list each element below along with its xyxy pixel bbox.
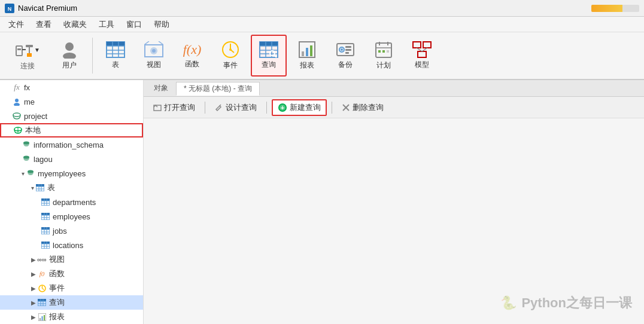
title-bar: N Navicat Premium [0,0,644,17]
toolbar-table-button[interactable]: 表 [98,35,133,77]
tab-objects[interactable]: 对象 [146,81,176,95]
svg-rect-43 [345,49,351,51]
content-body: 🐍 Python之每日一课 [144,118,644,324]
sidebar-item-local-label: 本地 [25,125,41,136]
toolbar-report-button[interactable]: 报表 [289,35,325,77]
svg-rect-36 [302,51,304,56]
svg-rect-7 [27,53,32,57]
menu-file[interactable]: 文件 [2,18,30,31]
sidebar-item-fx-label: fx [24,83,30,92]
events-expand-icon: ▶ [31,285,36,292]
sidebar-item-local[interactable]: 本地 [0,123,143,137]
sidebar-item-views-folder[interactable]: ▶ ∞∞ 视图 [0,252,143,267]
queries-expand-icon: ▶ [31,299,36,306]
sidebar-item-me-label: me [24,97,35,106]
menu-view[interactable]: 查看 [30,18,57,31]
svg-rect-79 [41,213,50,215]
svg-rect-73 [41,198,50,201]
svg-point-58 [14,103,20,106]
toolbar-sep-1 [92,38,93,74]
project-connection-icon [12,111,22,121]
watermark-icon: 🐍 [500,295,517,311]
content-toolbar: 打开查询 设计查询 + 新建查询 删除查询 [144,97,644,118]
sidebar-item-events-folder[interactable]: ▶ 事件 [0,281,143,295]
toolbar-backup-button[interactable]: 备份 [327,35,363,77]
table-icon-jobs [41,226,50,236]
svg-rect-2 [16,46,22,56]
user-icon [60,41,78,59]
toolbar-model-label: 模型 [415,60,429,70]
sidebar-item-employees[interactable]: employees [0,209,143,224]
svg-rect-53 [423,42,431,48]
menu-help[interactable]: 帮助 [148,18,175,31]
app-icon: N [5,4,14,13]
delete-query-icon [342,103,350,112]
sidebar-item-departments-label: departments [53,198,96,207]
sidebar-item-tables-label: 表 [47,182,55,193]
toolbar-query-label: 查询 [262,60,276,70]
event-icon [221,41,239,59]
svg-rect-37 [306,48,308,56]
query-icon [259,41,278,58]
toolbar-plan-button[interactable]: 计划 [366,35,402,77]
sidebar: fx fx me project [0,80,144,324]
design-query-icon [215,103,223,112]
toolbar-query-button[interactable]: 查询 [251,35,287,77]
open-query-label: 打开查询 [164,102,195,113]
sidebar-item-locations[interactable]: locations [0,238,143,252]
toolbar-event-button[interactable]: 事件 [212,35,248,77]
menu-favorites[interactable]: 收藏夹 [57,18,93,31]
funcs-expand-icon: ▶ [31,271,36,277]
sidebar-item-infoschema[interactable]: information_schema [0,137,143,152]
svg-rect-100 [38,299,46,301]
reports-expand-icon: ▶ [31,314,36,320]
sidebar-item-reports-folder[interactable]: ▶ 报表 [0,310,143,324]
menu-tools[interactable]: 工具 [93,18,120,31]
title-progress [591,5,639,12]
svg-rect-3 [17,48,21,50]
sidebar-item-reports-label: 报表 [49,311,65,322]
svg-point-25 [229,48,232,51]
sidebar-item-queries-folder[interactable]: ▶ 查询 [0,295,143,310]
sidebar-item-tables-folder[interactable]: ▾ 表 [0,181,143,195]
svg-point-33 [270,51,275,56]
table-icon-departments [41,197,50,207]
delete-query-label: 删除查询 [353,102,384,113]
main-area: fx fx me project [0,80,644,324]
sidebar-item-me[interactable]: me [0,94,143,109]
svg-rect-54 [418,51,426,57]
funcs-folder-icon: f0 [37,269,47,279]
myemployees-expand-icon: ▾ [22,170,25,177]
sidebar-item-fx[interactable]: fx fx [0,80,143,94]
svg-rect-27 [260,42,278,46]
toolbar-event-label: 事件 [223,60,238,71]
svg-point-19 [152,49,156,53]
db-icon-myemployees [26,169,35,178]
sidebar-item-jobs[interactable]: jobs [0,224,143,238]
toolbar-user-button[interactable]: 用户 [51,35,87,77]
sidebar-item-departments[interactable]: departments [0,195,143,209]
tab-untitled-query[interactable]: * 无标题 (本地) - 查询 [176,82,260,96]
view-icon [144,41,163,58]
sidebar-item-events-label: 事件 [49,283,65,294]
tables-folder-icon [35,183,45,192]
toolbar-func-button[interactable]: f(x) 函数 [174,35,210,77]
design-query-button[interactable]: 设计查询 [210,100,262,115]
plan-icon [375,41,393,59]
toolbar-view-button[interactable]: 视图 [136,35,172,77]
content-tabs: 对象 * 无标题 (本地) - 查询 [144,80,644,97]
open-query-button[interactable]: 打开查询 [148,100,200,115]
svg-rect-49 [378,50,381,53]
toolbar-connect-button[interactable]: ▼ 连接 [6,35,49,77]
sidebar-item-project[interactable]: project [0,109,143,123]
menu-window[interactable]: 窗口 [120,18,148,31]
svg-line-116 [220,105,221,106]
svg-rect-106 [40,318,41,320]
new-query-button[interactable]: + 新建查询 [272,99,327,116]
delete-query-button[interactable]: 删除查询 [337,100,388,115]
sidebar-item-lagou[interactable]: lagou [0,152,143,166]
sidebar-item-funcs-folder[interactable]: ▶ f0 函数 [0,267,143,281]
sidebar-item-myemployees[interactable]: ▾ myemployees [0,166,143,181]
content-toolbar-sep2 [266,102,267,114]
toolbar-model-button[interactable]: 模型 [404,35,440,77]
